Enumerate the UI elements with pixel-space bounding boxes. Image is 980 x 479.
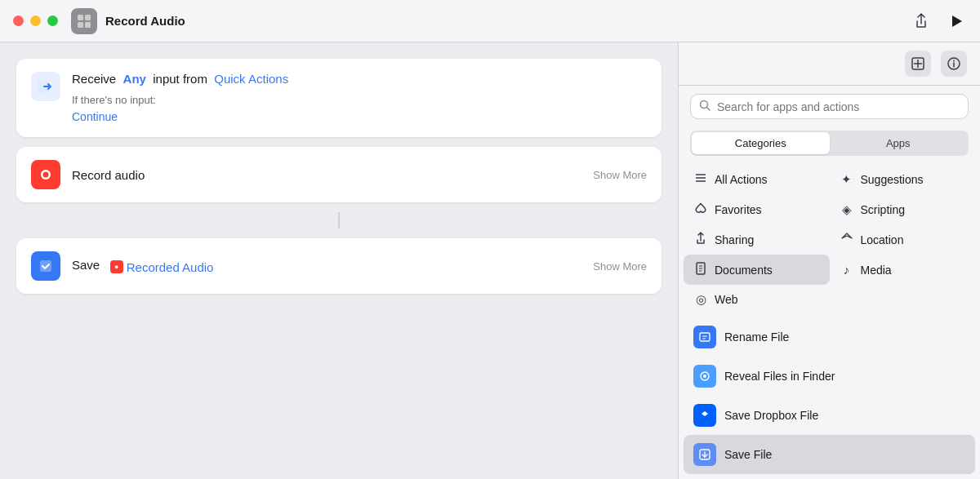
quick-actions-label[interactable]: Quick Actions	[214, 72, 288, 86]
location-label: Location	[861, 233, 904, 246]
add-to-workflow-button[interactable]	[905, 51, 931, 77]
save-show-more[interactable]: Show More	[593, 260, 647, 273]
sharing-icon	[693, 232, 708, 247]
record-icon	[31, 160, 60, 189]
search-icon	[699, 100, 710, 113]
category-favorites[interactable]: Favorites	[684, 194, 830, 224]
workflow-panel: Receive Any input from Quick Actions If …	[0, 42, 678, 479]
all-actions-label: All Actions	[715, 173, 768, 186]
record-audio-label: Record audio	[72, 168, 581, 182]
right-header	[679, 42, 980, 86]
svg-rect-24	[700, 333, 710, 341]
rename-file-label: Rename File	[724, 330, 789, 344]
save-file-card[interactable]: Save ● Recorded Audio Show More	[16, 238, 662, 294]
traffic-lights	[13, 16, 58, 26]
input-from-label: input from	[153, 72, 207, 86]
receive-line: Receive Any input from Quick Actions	[72, 72, 288, 86]
receive-label: Receive	[72, 72, 116, 86]
save-file-label: Save File	[724, 448, 772, 461]
category-scripting[interactable]: ◈ Scripting	[830, 194, 976, 224]
scripting-label: Scripting	[861, 203, 905, 216]
tab-categories[interactable]: Categories	[692, 132, 830, 154]
action-select-file[interactable]: Select File	[684, 474, 975, 479]
receive-icon	[31, 72, 60, 101]
play-button[interactable]	[946, 11, 967, 32]
close-button[interactable]	[13, 16, 24, 26]
recorded-audio-badge: ● Recorded Audio	[110, 260, 214, 274]
main-container: Receive Any input from Quick Actions If …	[0, 42, 980, 479]
all-actions-icon	[693, 171, 708, 187]
action-save-dropbox[interactable]: Save Dropbox File	[684, 396, 975, 435]
rename-file-icon	[693, 326, 716, 348]
app-icon	[71, 8, 97, 34]
svg-rect-1	[85, 15, 91, 20]
category-tabs: Categories Apps	[690, 131, 969, 156]
titlebar: Record Audio	[0, 0, 980, 42]
info-button[interactable]	[941, 51, 967, 77]
record-show-more[interactable]: Show More	[593, 169, 647, 181]
web-label: Web	[715, 293, 738, 306]
minimize-button[interactable]	[30, 16, 41, 26]
badge-text: Recorded Audio	[127, 260, 214, 274]
svg-rect-0	[78, 15, 83, 20]
svg-line-16	[707, 108, 710, 111]
favorites-label: Favorites	[715, 203, 762, 216]
no-input-label: If there's no input:	[72, 94, 288, 106]
receive-content: Receive Any input from Quick Actions If …	[72, 72, 288, 124]
category-media[interactable]: ♪ Media	[830, 255, 976, 285]
action-list: Rename File Reveal Files in Finder Sa	[679, 314, 980, 479]
location-icon	[840, 232, 854, 247]
badge-icon: ●	[110, 260, 123, 273]
category-location[interactable]: Location	[830, 224, 976, 255]
scripting-icon: ◈	[840, 202, 854, 217]
category-documents[interactable]: Documents	[684, 255, 830, 285]
action-rename-file[interactable]: Rename File	[684, 317, 975, 357]
svg-point-28	[703, 375, 706, 378]
save-file-icon	[693, 443, 716, 466]
continue-button[interactable]: Continue	[72, 110, 118, 123]
category-all-actions[interactable]: All Actions	[684, 164, 830, 194]
any-label[interactable]: Any	[123, 72, 146, 86]
divider	[16, 212, 662, 228]
maximize-button[interactable]	[47, 16, 58, 26]
reveal-files-icon	[693, 365, 716, 388]
web-icon: ◎	[693, 292, 708, 307]
save-dropbox-icon	[693, 404, 716, 427]
save-icon	[31, 251, 60, 281]
media-label: Media	[861, 264, 892, 277]
documents-label: Documents	[715, 264, 773, 277]
suggestions-label: Suggestions	[861, 173, 924, 186]
media-icon: ♪	[840, 263, 854, 277]
categories-grid: All Actions ✦ Suggestions Favorites ◈ Sc…	[679, 164, 980, 314]
svg-rect-2	[78, 22, 83, 28]
svg-point-14	[953, 60, 955, 62]
sharing-label: Sharing	[715, 233, 754, 246]
category-web[interactable]: ◎ Web	[684, 285, 830, 314]
category-suggestions[interactable]: ✦ Suggestions	[830, 164, 976, 194]
category-sharing[interactable]: Sharing	[684, 224, 830, 255]
suggestions-icon: ✦	[840, 172, 854, 187]
search-bar	[690, 94, 969, 119]
titlebar-actions	[910, 10, 967, 33]
reveal-files-label: Reveal Files in Finder	[724, 370, 835, 383]
receive-card: Receive Any input from Quick Actions If …	[16, 59, 662, 137]
record-audio-card[interactable]: Record audio Show More	[16, 147, 662, 202]
action-reveal-files[interactable]: Reveal Files in Finder	[684, 357, 975, 396]
tab-apps[interactable]: Apps	[830, 132, 968, 154]
action-save-file[interactable]: Save File	[684, 435, 975, 474]
svg-marker-4	[952, 16, 962, 27]
save-label: Save ● Recorded Audio	[72, 258, 581, 274]
search-input[interactable]	[717, 100, 960, 113]
favorites-icon	[693, 202, 708, 217]
window-title: Record Audio	[105, 14, 910, 28]
share-button[interactable]	[910, 10, 933, 33]
svg-rect-3	[85, 22, 91, 28]
save-dropbox-label: Save Dropbox File	[724, 409, 818, 422]
svg-point-7	[43, 172, 49, 178]
actions-panel: Categories Apps All Actions ✦ Suggestion…	[678, 42, 980, 479]
documents-icon	[693, 262, 708, 277]
